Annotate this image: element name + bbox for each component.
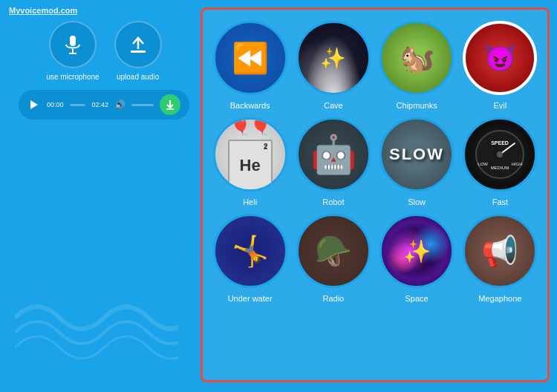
fast-circle: SPEED LOW HIGH MEDIUM xyxy=(463,117,537,192)
effect-heli[interactable]: 🎈🎈 He2 Heli xyxy=(210,117,290,206)
megaphone-icon: 📢 xyxy=(481,234,518,269)
play-icon xyxy=(30,100,38,109)
upload-label: upload audio xyxy=(117,73,159,81)
upload-icon-circle xyxy=(114,21,162,68)
mic-icon-circle xyxy=(49,21,97,68)
effect-fast[interactable]: SPEED LOW HIGH MEDIUM Fast xyxy=(460,117,540,206)
fast-label: Fast xyxy=(492,197,508,206)
heli-content: 🎈🎈 He2 xyxy=(228,117,273,192)
mic-button[interactable]: use microphone xyxy=(46,21,99,81)
heli-label: Heli xyxy=(243,197,257,206)
mic-label: use microphone xyxy=(46,73,99,81)
play-button[interactable] xyxy=(27,98,41,111)
left-panel: use microphone upload audio 00:00 02:42 … xyxy=(7,21,201,120)
wave-decoration xyxy=(15,258,178,370)
mic-upload-row: use microphone upload audio xyxy=(46,21,161,81)
svg-text:LOW: LOW xyxy=(478,162,489,166)
underwater-icon: 🤸 xyxy=(232,234,269,269)
backwards-label: Backwards xyxy=(230,101,270,110)
svg-text:MEDIUM: MEDIUM xyxy=(491,166,509,170)
effect-underwater[interactable]: 🤸 Under water xyxy=(210,214,290,303)
time-end: 02:42 xyxy=(91,101,108,108)
effects-grid: ⏪ Backwards ✨ Cave 🐿️ Chipmunks 😈 Evil 🎈… xyxy=(201,7,550,382)
underwater-circle: 🤸 xyxy=(213,214,287,288)
evil-label: Evil xyxy=(494,101,507,110)
chipmunks-circle: 🐿️ xyxy=(380,21,454,95)
radio-icon: 🪖 xyxy=(315,234,352,269)
robot-icon: 🤖 xyxy=(310,133,356,176)
effect-cave[interactable]: ✨ Cave xyxy=(293,21,373,110)
backwards-circle: ⏪ xyxy=(213,21,287,95)
radio-circle: 🪖 xyxy=(296,214,371,288)
progress-bar[interactable] xyxy=(70,104,86,106)
megaphone-circle: 📢 xyxy=(463,214,537,288)
effect-robot[interactable]: 🤖 Robot xyxy=(293,117,373,206)
chipmunks-icon: 🐿️ xyxy=(400,42,434,74)
svg-text:SPEED: SPEED xyxy=(492,140,509,146)
space-circle: ✨ xyxy=(380,214,454,288)
radio-label: Radio xyxy=(323,294,345,303)
upload-icon xyxy=(128,34,149,55)
mic-icon xyxy=(62,34,83,55)
svg-rect-4 xyxy=(131,50,146,53)
evil-icon: 😈 xyxy=(483,42,517,74)
effect-backwards[interactable]: ⏪ Backwards xyxy=(210,21,290,110)
svg-text:HIGH: HIGH xyxy=(512,162,523,166)
cave-label: Cave xyxy=(324,101,343,110)
effect-slow[interactable]: SLOW Slow xyxy=(377,117,457,206)
volume-icon: 🔊 xyxy=(114,99,126,110)
effect-radio[interactable]: 🪖 Radio xyxy=(293,214,373,303)
slow-icon: SLOW xyxy=(388,146,444,164)
effect-space[interactable]: ✨ Space xyxy=(377,214,457,303)
volume-bar[interactable] xyxy=(131,104,154,106)
logo[interactable]: Myvoicemod.com xyxy=(9,6,77,15)
effect-megaphone[interactable]: 📢 Megaphone xyxy=(460,214,540,303)
download-icon xyxy=(165,99,175,110)
space-icon: ✨ xyxy=(403,238,431,264)
cave-circle: ✨ xyxy=(296,21,371,95)
effect-evil[interactable]: 😈 Evil xyxy=(460,21,540,110)
slow-label: Slow xyxy=(408,197,426,206)
effect-chipmunks[interactable]: 🐿️ Chipmunks xyxy=(377,21,457,110)
evil-circle: 😈 xyxy=(463,21,537,95)
balloon-icon: 🎈🎈 xyxy=(230,117,270,137)
space-sparks: ✨ xyxy=(382,216,452,286)
fast-dial-container: SPEED LOW HIGH MEDIUM xyxy=(474,128,526,180)
player-bar: 00:00 02:42 🔊 xyxy=(19,90,189,120)
svg-rect-0 xyxy=(70,36,76,46)
backwards-icon: ⏪ xyxy=(232,41,269,76)
fast-dial-svg: SPEED LOW HIGH MEDIUM xyxy=(474,128,526,180)
helium-symbol: He2 xyxy=(228,140,273,192)
chipmunks-label: Chipmunks xyxy=(397,101,437,110)
upload-button[interactable]: upload audio xyxy=(114,21,162,81)
robot-circle: 🤖 xyxy=(296,117,371,192)
svg-point-13 xyxy=(497,151,503,157)
space-label: Space xyxy=(405,294,429,303)
heli-circle: 🎈🎈 He2 xyxy=(213,117,287,192)
time-start: 00:00 xyxy=(47,101,64,108)
megaphone-label: Megaphone xyxy=(478,294,521,303)
cave-icon: ✨ xyxy=(320,46,346,71)
download-button[interactable] xyxy=(160,94,180,115)
slow-circle: SLOW xyxy=(380,117,454,192)
robot-label: Robot xyxy=(322,197,344,206)
underwater-label: Under water xyxy=(228,294,273,303)
